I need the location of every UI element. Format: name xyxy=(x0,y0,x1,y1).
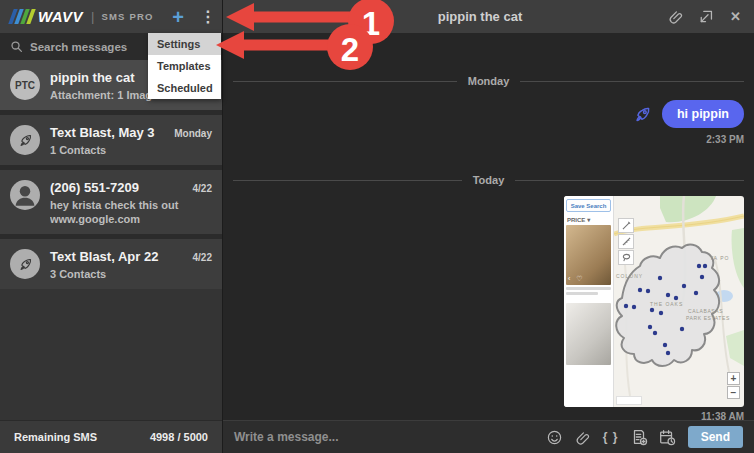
image-message-row: THE OAKS CALABASAS PARK ESTATES COLONY T… xyxy=(233,196,744,407)
map-label: TA PO xyxy=(710,255,729,261)
listing-caption xyxy=(566,287,611,299)
draw-tool-icon xyxy=(618,218,634,233)
rocket-icon xyxy=(17,256,34,273)
rocket-icon xyxy=(17,132,34,149)
menu-item-settings[interactable]: Settings xyxy=(148,33,221,55)
message-bubble[interactable]: hi pippin xyxy=(662,100,744,128)
chat-title: pippin the cat xyxy=(400,0,560,33)
conversation-preview: hey krista check this out xyxy=(50,199,212,211)
map-label: THE OAKS xyxy=(650,301,683,307)
listing-photo xyxy=(566,303,611,365)
conversation-time: Monday xyxy=(174,128,212,139)
day-divider-today: Today xyxy=(233,174,744,186)
conversation-time: 4/22 xyxy=(193,252,212,263)
outgoing-message-row: hi pippin xyxy=(233,100,744,128)
blast-rocket-icon xyxy=(632,104,653,125)
map-attribution xyxy=(616,396,642,405)
zoom-out-button: − xyxy=(727,386,740,399)
new-message-button[interactable]: + xyxy=(172,7,184,27)
brand-name: WAVV xyxy=(38,8,83,25)
avatar: PTC xyxy=(10,70,40,100)
conversation-item-blast-apr22[interactable]: Text Blast, Apr 22 4/22 3 Contacts xyxy=(0,239,222,289)
map-draw-tools xyxy=(618,218,634,266)
wavv-logo-icon xyxy=(8,9,35,24)
conversation-preview-line2: www.google.com xyxy=(50,213,212,225)
zoom-in-button: + xyxy=(727,372,740,385)
link-icon[interactable] xyxy=(667,8,684,25)
save-search-button: Save Search xyxy=(566,199,611,212)
day-divider-monday: Monday xyxy=(233,75,744,87)
conversation-item-2065517209[interactable]: (206) 551-7209 4/22 hey krista check thi… xyxy=(0,170,222,234)
map-label: COLONY xyxy=(616,273,643,279)
conversation-title: (206) 551-7209 xyxy=(50,180,139,195)
sidebar-divider xyxy=(222,0,223,453)
close-icon[interactable]: ✕ xyxy=(727,8,744,25)
wavv-sms-app: WAVV | SMS PRO + ⋮ pippin the cat ✕ xyxy=(0,0,754,453)
product-name: SMS PRO xyxy=(101,11,153,22)
remaining-sms-value: 4998 / 5000 xyxy=(150,431,208,443)
emoji-icon[interactable] xyxy=(546,428,564,446)
app-header: WAVV | SMS PRO + ⋮ pippin the cat ✕ xyxy=(0,0,754,33)
listing-photo: ‹ ♡ xyxy=(566,225,611,285)
conversation-title: Text Blast, Apr 22 xyxy=(50,249,158,264)
kebab-menu-icon[interactable]: ⋮ xyxy=(200,9,216,25)
schedule-icon[interactable] xyxy=(658,428,676,446)
popout-icon[interactable] xyxy=(697,8,714,25)
logo-divider: | xyxy=(91,9,94,24)
message-timestamp: 2:33 PM xyxy=(233,134,744,145)
person-avatar xyxy=(10,180,40,210)
map-attachment-image[interactable]: THE OAKS CALABASAS PARK ESTATES COLONY T… xyxy=(564,196,744,407)
header-left: WAVV | SMS PRO + ⋮ xyxy=(0,0,222,33)
conversation-preview: 1 Contacts xyxy=(50,144,212,156)
message-composer: Write a message... { } xyxy=(223,420,754,453)
conversation-time: 4/22 xyxy=(193,183,212,194)
price-filter: PRICE▾ xyxy=(566,212,611,225)
search-placeholder: Search messages xyxy=(30,41,127,53)
send-button[interactable]: Send xyxy=(688,426,743,448)
image-timestamp: 11:38 AM xyxy=(233,411,744,420)
message-thread: Monday hi pippin 2:33 PM Today xyxy=(223,33,754,420)
ruler-tool-icon xyxy=(618,234,634,249)
map-label: PARK ESTATES xyxy=(686,315,730,321)
lasso-tool-icon xyxy=(618,250,634,265)
conversation-title: pippin the cat xyxy=(50,70,135,85)
favorite-icons: ‹ ♡ xyxy=(568,275,585,283)
conversation-preview: 3 Contacts xyxy=(50,268,212,280)
kebab-dropdown-menu: Settings Templates Scheduled xyxy=(148,33,221,99)
add-template-icon[interactable] xyxy=(630,428,648,446)
rocket-avatar xyxy=(10,125,40,155)
remaining-sms-bar: Remaining SMS 4998 / 5000 xyxy=(0,420,222,453)
header-actions: ✕ xyxy=(667,0,744,33)
rocket-avatar xyxy=(10,249,40,279)
menu-item-scheduled[interactable]: Scheduled xyxy=(148,77,221,99)
message-input[interactable]: Write a message... xyxy=(234,430,536,444)
map-label: CALABASAS xyxy=(688,308,723,314)
menu-item-templates[interactable]: Templates xyxy=(148,55,221,77)
person-icon xyxy=(10,180,40,210)
merge-fields-icon[interactable]: { } xyxy=(602,428,620,446)
remaining-sms-label: Remaining SMS xyxy=(14,431,97,443)
search-icon xyxy=(10,40,23,53)
conversation-title: Text Blast, May 3 xyxy=(50,125,155,140)
conversation-item-blast-may3[interactable]: Text Blast, May 3 Monday 1 Contacts xyxy=(0,115,222,165)
attachment-icon[interactable] xyxy=(574,428,592,446)
listing-panel: Save Search PRICE▾ ‹ ♡ xyxy=(564,196,614,407)
map-zoom-controls: + − xyxy=(727,371,740,399)
